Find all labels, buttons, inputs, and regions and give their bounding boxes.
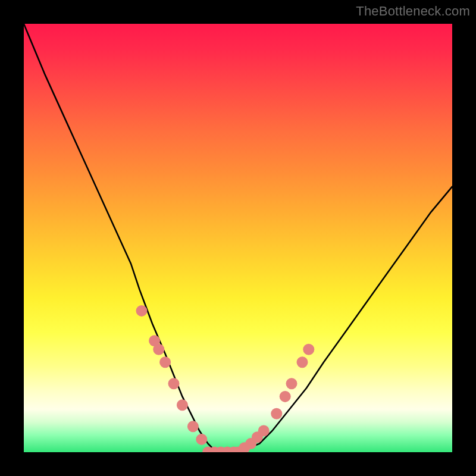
bottleneck-curve: [24, 24, 452, 452]
markers-right-branch: [233, 344, 315, 452]
data-point: [168, 378, 180, 389]
data-point: [286, 378, 298, 389]
data-point: [153, 344, 164, 355]
data-point: [177, 399, 188, 411]
markers-left-branch: [136, 305, 208, 445]
bottleneck-chart: [24, 24, 452, 452]
data-point: [159, 356, 171, 368]
data-point: [136, 305, 148, 317]
plot-area: [24, 24, 452, 452]
data-point: [297, 356, 308, 368]
curve-layer: [24, 24, 452, 452]
data-point: [196, 434, 207, 445]
watermark-label: TheBottleneck.com: [356, 4, 470, 19]
data-point: [303, 344, 314, 355]
data-point: [258, 425, 270, 437]
data-point: [271, 408, 282, 419]
chart-frame: TheBottleneck.com: [0, 0, 476, 476]
data-point: [280, 391, 291, 402]
markers-minimum: [202, 447, 239, 453]
data-point: [187, 421, 199, 432]
